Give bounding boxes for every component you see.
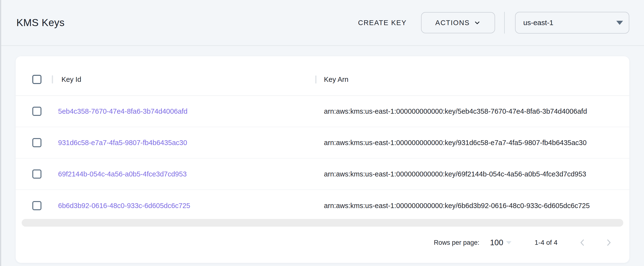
key-arn-value: arn:aws:kms:us-east-1:000000000000:key/9… [324,139,587,147]
previous-page-button[interactable] [578,238,587,247]
key-id-link[interactable]: 5eb4c358-7670-47e4-8fa6-3b74d4006afd [58,107,188,115]
key-id-cell: 931d6c58-e7a7-4fa5-9807-fb4b6435ac30 [52,139,315,147]
pagination-bar: Rows per page: 100 1-4 of 4 [16,235,629,250]
key-arn-cell: arn:aws:kms:us-east-1:000000000000:key/6… [315,202,629,210]
key-arn-cell: arn:aws:kms:us-east-1:000000000000:key/9… [315,139,629,147]
header-cell-key-id[interactable]: Key Id [52,76,315,83]
actions-button-label: ACTIONS [435,19,470,27]
column-header-key-arn: Key Arn [324,76,348,83]
row-checkbox-cell [16,170,52,179]
table-row: 6b6d3b92-0616-48c0-933c-6d605dc6c725 arn… [16,190,629,221]
header-controls: CREATE KEY ACTIONS us-east-1 [353,12,629,34]
table-header-row: Key Id Key Arn [16,63,629,96]
header-divider [504,12,505,34]
key-id-link[interactable]: 931d6c58-e7a7-4fa5-9807-fb4b6435ac30 [58,139,187,147]
keys-table: Key Id Key Arn 5eb4c358-7670-47e4-8fa6-3… [16,56,629,221]
pagination-range-label: 1-4 of 4 [534,239,558,246]
key-arn-cell: arn:aws:kms:us-east-1:000000000000:key/6… [315,170,629,178]
row-checkbox[interactable] [32,170,42,179]
key-arn-value: arn:aws:kms:us-east-1:000000000000:key/5… [324,107,587,115]
key-id-cell: 5eb4c358-7670-47e4-8fa6-3b74d4006afd [52,107,315,115]
key-arn-value: arn:aws:kms:us-east-1:000000000000:key/6… [324,202,590,210]
column-separator[interactable] [52,75,53,83]
next-page-button[interactable] [604,238,614,247]
key-id-cell: 6b6d3b92-0616-48c0-933c-6d605dc6c725 [52,202,315,210]
key-arn-value: arn:aws:kms:us-east-1:000000000000:key/6… [324,170,586,178]
row-checkbox-cell [16,138,52,147]
key-id-cell: 69f2144b-054c-4a56-a0b5-4fce3d7cd953 [52,170,315,178]
select-dropdown-arrow-icon [616,21,623,25]
key-id-link[interactable]: 6b6d3b92-0616-48c0-933c-6d605dc6c725 [58,202,190,210]
rows-per-page-value: 100 [490,238,503,247]
table-row: 5eb4c358-7670-47e4-8fa6-3b74d4006afd arn… [16,96,629,127]
rows-per-page-label: Rows per page: [434,239,480,246]
table-row: 931d6c58-e7a7-4fa5-9807-fb4b6435ac30 arn… [16,127,629,159]
actions-button[interactable]: ACTIONS [421,12,495,33]
page-header: KMS Keys CREATE KEY ACTIONS us-east-1 [0,0,644,46]
header-checkbox-cell [16,75,52,84]
row-checkbox[interactable] [32,138,42,147]
window-left-edge [0,0,1,266]
column-header-key-id: Key Id [62,76,81,83]
row-checkbox[interactable] [32,201,42,210]
region-select[interactable]: us-east-1 [515,12,629,34]
table-row: 69f2144b-054c-4a56-a0b5-4fce3d7cd953 arn… [16,159,629,190]
row-checkbox-cell [16,201,52,210]
rows-per-page-select[interactable]: 100 [490,238,512,247]
select-all-checkbox[interactable] [32,75,42,84]
header-cell-key-arn[interactable]: Key Arn [315,76,629,83]
region-select-value: us-east-1 [523,19,554,27]
key-id-link[interactable]: 69f2144b-054c-4a56-a0b5-4fce3d7cd953 [58,170,187,178]
row-checkbox-cell [16,107,52,116]
column-separator[interactable] [315,76,316,83]
row-checkbox[interactable] [32,107,42,116]
key-arn-cell: arn:aws:kms:us-east-1:000000000000:key/5… [315,107,629,115]
horizontal-scrollbar[interactable] [22,219,623,227]
rows-per-page-caret-icon [506,241,512,244]
chevron-down-icon [474,19,481,26]
page-title: KMS Keys [16,17,64,29]
create-key-button[interactable]: CREATE KEY [353,16,412,30]
kms-keys-card: Key Id Key Arn 5eb4c358-7670-47e4-8fa6-3… [16,56,629,263]
